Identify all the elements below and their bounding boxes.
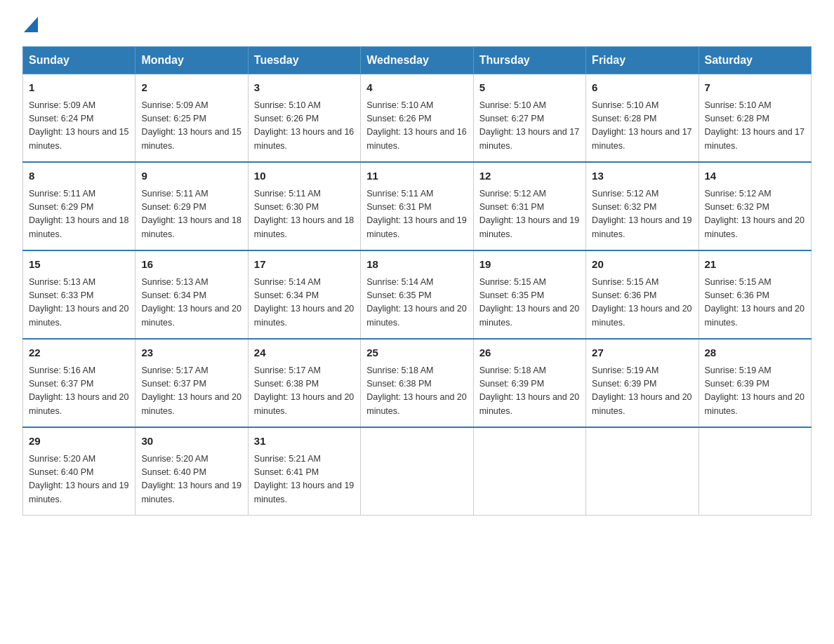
weekday-header-saturday: Saturday [699,47,811,74]
calendar-cell: 30Sunrise: 5:20 AMSunset: 6:40 PMDayligh… [135,427,248,516]
day-number: 17 [254,257,355,273]
calendar-table: SundayMondayTuesdayWednesdayThursdayFrid… [22,46,812,516]
day-number: 15 [29,257,129,273]
day-info: Sunrise: 5:15 AMSunset: 6:36 PMDaylight:… [592,276,692,330]
day-info: Sunrise: 5:09 AMSunset: 6:25 PMDaylight:… [141,99,241,154]
day-number: 12 [479,168,580,185]
calendar-week-row: 15Sunrise: 5:13 AMSunset: 6:33 PMDayligh… [23,250,812,339]
day-number: 9 [141,168,241,185]
calendar-cell [361,427,473,516]
day-number: 29 [29,434,129,450]
day-number: 1 [29,80,129,96]
calendar-cell: 8Sunrise: 5:11 AMSunset: 6:29 PMDaylight… [23,162,135,250]
calendar-cell [586,427,699,516]
calendar-cell: 27Sunrise: 5:19 AMSunset: 6:39 PMDayligh… [586,339,699,427]
calendar-week-row: 8Sunrise: 5:11 AMSunset: 6:29 PMDaylight… [23,162,812,250]
calendar-cell: 5Sunrise: 5:10 AMSunset: 6:27 PMDaylight… [473,74,585,163]
calendar-cell: 25Sunrise: 5:18 AMSunset: 6:38 PMDayligh… [361,339,473,427]
day-number: 8 [29,168,129,185]
calendar-cell: 28Sunrise: 5:19 AMSunset: 6:39 PMDayligh… [699,339,811,427]
day-number: 23 [141,345,241,361]
day-number: 19 [479,257,580,273]
day-info: Sunrise: 5:16 AMSunset: 6:37 PMDaylight:… [29,364,129,419]
weekday-header-friday: Friday [586,47,699,74]
weekday-header-wednesday: Wednesday [361,47,473,74]
day-info: Sunrise: 5:10 AMSunset: 6:28 PMDaylight:… [592,99,692,154]
weekday-header-sunday: Sunday [23,47,135,74]
day-info: Sunrise: 5:09 AMSunset: 6:24 PMDaylight:… [29,99,129,154]
day-info: Sunrise: 5:11 AMSunset: 6:29 PMDaylight:… [29,187,129,242]
calendar-cell: 9Sunrise: 5:11 AMSunset: 6:29 PMDaylight… [135,162,248,250]
day-info: Sunrise: 5:13 AMSunset: 6:33 PMDaylight:… [29,276,129,330]
weekday-header-row: SundayMondayTuesdayWednesdayThursdayFrid… [23,47,812,74]
calendar-cell [699,427,811,516]
calendar-cell: 6Sunrise: 5:10 AMSunset: 6:28 PMDaylight… [586,74,699,163]
calendar-cell: 31Sunrise: 5:21 AMSunset: 6:41 PMDayligh… [248,427,360,516]
day-number: 24 [254,345,355,361]
day-number: 2 [141,80,241,96]
day-number: 5 [479,80,580,96]
day-number: 31 [254,434,355,450]
day-info: Sunrise: 5:20 AMSunset: 6:40 PMDaylight:… [141,452,241,507]
calendar-cell: 7Sunrise: 5:10 AMSunset: 6:28 PMDaylight… [699,74,811,163]
calendar-cell: 12Sunrise: 5:12 AMSunset: 6:31 PMDayligh… [473,162,585,250]
day-number: 25 [366,345,467,361]
calendar-week-row: 22Sunrise: 5:16 AMSunset: 6:37 PMDayligh… [23,339,812,427]
day-info: Sunrise: 5:11 AMSunset: 6:29 PMDaylight:… [141,187,241,242]
weekday-header-tuesday: Tuesday [248,47,360,74]
calendar-cell: 2Sunrise: 5:09 AMSunset: 6:25 PMDaylight… [135,74,248,163]
day-info: Sunrise: 5:10 AMSunset: 6:26 PMDaylight:… [254,99,355,154]
day-number: 4 [366,80,467,96]
calendar-cell: 13Sunrise: 5:12 AMSunset: 6:32 PMDayligh… [586,162,699,250]
day-number: 11 [366,168,467,185]
day-number: 26 [479,345,580,361]
day-info: Sunrise: 5:10 AMSunset: 6:26 PMDaylight:… [366,99,467,154]
calendar-cell: 21Sunrise: 5:15 AMSunset: 6:36 PMDayligh… [699,250,811,339]
day-number: 21 [705,257,805,273]
calendar-cell: 17Sunrise: 5:14 AMSunset: 6:34 PMDayligh… [248,250,360,339]
day-number: 30 [141,434,241,450]
weekday-header-thursday: Thursday [473,47,585,74]
calendar-cell: 3Sunrise: 5:10 AMSunset: 6:26 PMDaylight… [248,74,360,163]
calendar-cell: 11Sunrise: 5:11 AMSunset: 6:31 PMDayligh… [361,162,473,250]
day-number: 3 [254,80,355,96]
calendar-cell: 22Sunrise: 5:16 AMSunset: 6:37 PMDayligh… [23,339,135,427]
day-info: Sunrise: 5:12 AMSunset: 6:32 PMDaylight:… [592,187,692,242]
svg-marker-0 [24,17,38,32]
day-number: 16 [141,257,241,273]
day-info: Sunrise: 5:18 AMSunset: 6:39 PMDaylight:… [479,364,580,419]
day-info: Sunrise: 5:21 AMSunset: 6:41 PMDaylight:… [254,452,355,507]
day-info: Sunrise: 5:19 AMSunset: 6:39 PMDaylight:… [592,364,692,419]
day-info: Sunrise: 5:13 AMSunset: 6:34 PMDaylight:… [141,276,241,330]
calendar-cell: 16Sunrise: 5:13 AMSunset: 6:34 PMDayligh… [135,250,248,339]
calendar-cell: 23Sunrise: 5:17 AMSunset: 6:37 PMDayligh… [135,339,248,427]
calendar-week-row: 1Sunrise: 5:09 AMSunset: 6:24 PMDaylight… [23,74,812,163]
calendar-cell: 14Sunrise: 5:12 AMSunset: 6:32 PMDayligh… [699,162,811,250]
day-info: Sunrise: 5:11 AMSunset: 6:31 PMDaylight:… [366,187,467,242]
day-info: Sunrise: 5:17 AMSunset: 6:37 PMDaylight:… [141,364,241,419]
calendar-cell: 19Sunrise: 5:15 AMSunset: 6:35 PMDayligh… [473,250,585,339]
calendar-cell: 1Sunrise: 5:09 AMSunset: 6:24 PMDaylight… [23,74,135,163]
day-number: 18 [366,257,467,273]
calendar-cell [473,427,585,516]
day-number: 14 [705,168,805,185]
calendar-cell: 15Sunrise: 5:13 AMSunset: 6:33 PMDayligh… [23,250,135,339]
day-number: 7 [705,80,805,96]
logo [22,17,38,32]
day-number: 27 [592,345,692,361]
day-info: Sunrise: 5:10 AMSunset: 6:27 PMDaylight:… [479,99,580,154]
day-number: 22 [29,345,129,361]
day-info: Sunrise: 5:12 AMSunset: 6:31 PMDaylight:… [479,187,580,242]
day-number: 13 [592,168,692,185]
day-info: Sunrise: 5:14 AMSunset: 6:34 PMDaylight:… [254,276,355,330]
day-number: 10 [254,168,355,185]
calendar-cell: 4Sunrise: 5:10 AMSunset: 6:26 PMDaylight… [361,74,473,163]
day-number: 28 [705,345,805,361]
calendar-cell: 26Sunrise: 5:18 AMSunset: 6:39 PMDayligh… [473,339,585,427]
logo-triangle-icon [24,17,38,32]
calendar-cell: 18Sunrise: 5:14 AMSunset: 6:35 PMDayligh… [361,250,473,339]
day-info: Sunrise: 5:19 AMSunset: 6:39 PMDaylight:… [705,364,805,419]
day-info: Sunrise: 5:15 AMSunset: 6:36 PMDaylight:… [705,276,805,330]
day-info: Sunrise: 5:18 AMSunset: 6:38 PMDaylight:… [366,364,467,419]
weekday-header-monday: Monday [135,47,248,74]
